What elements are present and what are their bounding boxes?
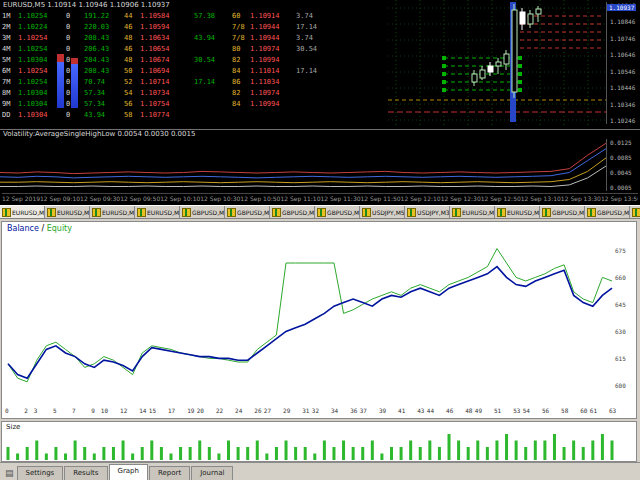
x-axis-tick: 20 [197, 407, 204, 414]
chart-thumbnail-icon [47, 208, 56, 217]
balance-equity-chart [2, 222, 636, 406]
ea-grid-row: 7M1.10254070.74521.1071417.14861.11034 [2, 77, 324, 88]
chart-tab[interactable]: GBPUSD,M5 (visual) [585, 206, 630, 218]
tester-tab-settings[interactable]: Settings [17, 466, 64, 480]
time-label: 12 Sep 09:30 [80, 194, 120, 205]
x-axis-tick: 31 [302, 407, 309, 414]
ea-data-grid: 1M1.102540191.22441.1058457.38601.109143… [2, 11, 324, 121]
time-label: 12 Sep 13:50 [601, 194, 638, 205]
x-axis-tick: 48 [465, 407, 472, 414]
chart-tab[interactable]: EURUSD,M30 [90, 206, 135, 218]
indicator-subwindow: Volatility:AverageSingleHighLow 0.0054 0… [0, 129, 640, 205]
time-label: 12 Sep 11:30 [320, 194, 360, 205]
x-axis-tick: 9 [91, 407, 95, 414]
chart-tab[interactable]: EURUSD,M5 [0, 206, 45, 218]
price-scale-label: 1.10346 [610, 101, 640, 108]
x-axis-tick: 5 [53, 407, 57, 414]
y-axis-tick: 615 [615, 355, 626, 362]
x-axis-tick: 56 [542, 407, 549, 414]
chart-tab[interactable]: GBPUSD,M5 (visual) [540, 206, 585, 218]
chart-thumbnail-icon [227, 208, 236, 217]
x-axis-tick: 43 [417, 407, 424, 414]
x-axis-tick: 54 [523, 407, 530, 414]
chart-tab[interactable]: GBPUSD,M30 [270, 206, 315, 218]
time-label: 12 Sep 2019 [2, 194, 40, 205]
x-axis-tick: 44 [427, 407, 434, 414]
tester-tab-report[interactable]: Report [149, 466, 190, 480]
price-scale-label: 1.10546 [610, 68, 640, 75]
x-axis-tick: 51 [494, 407, 501, 414]
x-axis-tick: 0 [5, 407, 9, 414]
y-axis-tick: 660 [615, 274, 626, 281]
ea-grid-row: 5M1.103040204.43481.1067430.54821.10994 [2, 55, 324, 66]
chart-tab[interactable]: USDJPY,M5 (visual) [630, 206, 640, 218]
chart-tab[interactable]: EURUSD,M5 (visual) [495, 206, 540, 218]
gauge-bar [71, 64, 78, 108]
chart-tab-label: GBPUSD,M5 [192, 209, 225, 216]
chart-tab-label: EURUSD,M5 (visual) [507, 209, 540, 216]
ea-grid-row: 3M1.102540208.43481.1063443.947/81.10944… [2, 33, 324, 44]
balance-graph-box: Balance / Equity 600615630645660675 0235… [1, 221, 637, 419]
x-axis-tick: 36 [350, 407, 357, 414]
x-axis-tick: 34 [331, 407, 338, 414]
time-label: 12 Sep 11:10 [280, 194, 320, 205]
ea-grid-row: 9M1.10304057.34561.10754841.10994 [2, 99, 324, 110]
x-axis-tick: 26 [254, 407, 261, 414]
gauge-bar [57, 54, 64, 62]
x-axis-tick: 29 [283, 407, 290, 414]
x-axis-tick: 15 [149, 407, 156, 414]
chart-tab[interactable]: EURUSD,M5 (visual) [450, 206, 495, 218]
ea-grid-row: 6M1.102540208.43501.10694841.1101417.14 [2, 66, 324, 77]
chart-thumbnail-icon [587, 208, 596, 217]
chart-tab[interactable]: GBPUSD,M5 [180, 206, 225, 218]
tester-tab-bar: ▤ SettingsResultsGraphReportJournal [0, 462, 640, 480]
indicator-lines [0, 139, 606, 193]
chart-tab-label: GBPUSD,M5 (visual) [552, 209, 585, 216]
x-axis-tick: 10 [101, 407, 108, 414]
chart-thumbnail-icon [407, 208, 416, 217]
price-scale-label: 1.10646 [610, 51, 640, 58]
x-axis-tick: 39 [379, 407, 386, 414]
x-axis-tick: 24 [235, 407, 242, 414]
x-axis-tick: 3 [34, 407, 38, 414]
y-axis-tick: 645 [615, 301, 626, 308]
tester-grid-icon: ▤ [2, 466, 17, 480]
lot-size-box: Size [1, 421, 637, 462]
price-scale-label: 1.10446 [610, 84, 640, 91]
x-axis-tick: 58 [561, 407, 568, 414]
ea-grid-row: 1M1.102540191.22441.1058457.38601.109143… [2, 11, 324, 22]
chart-thumbnail-icon [92, 208, 101, 217]
indicator-scale-label: 0.0045 [610, 169, 640, 176]
tester-tab-journal[interactable]: Journal [191, 466, 233, 480]
time-label: 12 Sep 11:50 [361, 194, 401, 205]
chart-thumbnail-icon [317, 208, 326, 217]
chart-tab-label: EURUSD,M15 [57, 209, 90, 216]
ea-grid-row: DD1.10304043.94581.10774 [2, 110, 324, 121]
chart-tab[interactable]: USDJPY,M5 [360, 206, 405, 218]
chart-tab[interactable]: EURUSD,M15 [45, 206, 90, 218]
tester-tab-graph[interactable]: Graph [109, 464, 148, 480]
time-label: 12 Sep 09:10 [40, 194, 80, 205]
x-axis-tick: 61 [590, 407, 597, 414]
ea-grid-row: 8M1.10304057.34541.10734821.10974 [2, 88, 324, 99]
graph-x-axis: 0235791012141517192022242627293132343637… [2, 406, 638, 416]
x-axis-tick: 7 [72, 407, 76, 414]
chart-tab-label: USDJPY,M30 [417, 209, 450, 216]
tester-tab-results[interactable]: Results [64, 466, 107, 480]
chart-tab[interactable]: GBPUSD,M5 [315, 206, 360, 218]
time-label: 12 Sep 13:30 [561, 194, 601, 205]
x-axis-tick: 2 [24, 407, 28, 414]
chart-tab[interactable]: EURUSD,M5 [135, 206, 180, 218]
chart-tab[interactable]: USDJPY,M30 [405, 206, 450, 218]
x-axis-tick: 53 [513, 407, 520, 414]
chart-tab-label: USDJPY,M5 [372, 209, 405, 216]
gauge-bar [57, 62, 64, 108]
chart-tab-label: GBPUSD,M5 (visual) [597, 209, 630, 216]
time-label: 12 Sep 13:10 [521, 194, 561, 205]
time-label: 12 Sep 10:10 [160, 194, 200, 205]
price-scale-label: 1.10246 [610, 117, 640, 124]
x-axis-tick: 17 [168, 407, 175, 414]
chart-tab[interactable]: GBPUSD,M15 [225, 206, 270, 218]
indicator-scale-label: 0.0005 [610, 184, 640, 191]
x-axis-tick: 32 [312, 407, 319, 414]
